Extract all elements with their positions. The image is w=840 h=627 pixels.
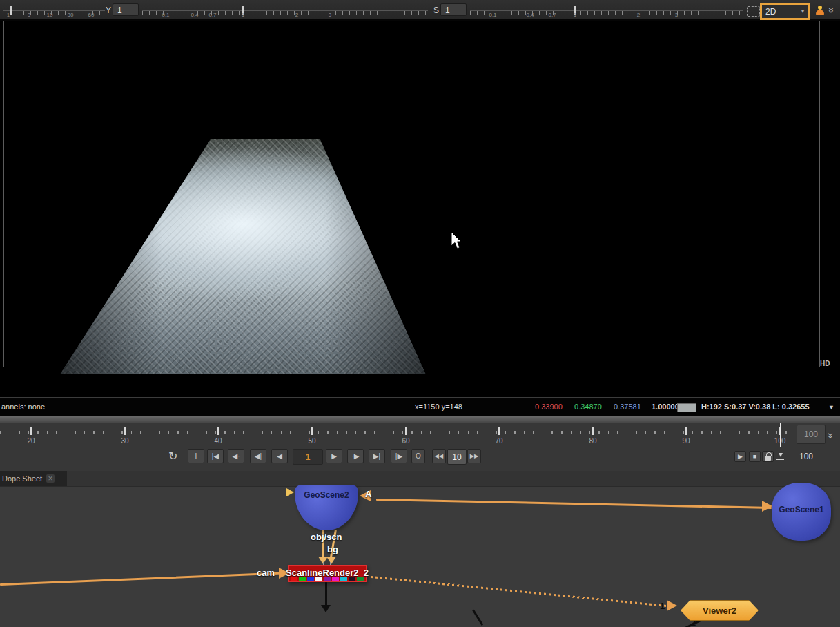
gain-tick-label: 3 bbox=[329, 12, 331, 18]
pointer-coords: x=1150 y=148 bbox=[415, 403, 462, 411]
channel-chip-row bbox=[291, 577, 364, 581]
channel-chip bbox=[340, 577, 347, 581]
out-point-button[interactable]: O bbox=[411, 449, 425, 463]
node-geoscene1-label: GeoScene1 bbox=[779, 505, 823, 514]
viewer-info-bar: annels: none x=1150 y=148 0.33900 0.3487… bbox=[0, 397, 840, 416]
sample-blue-value: 0.37581 bbox=[614, 403, 641, 411]
ruler-major-tick bbox=[30, 427, 32, 435]
channel-chip bbox=[357, 577, 364, 581]
gain-input[interactable]: 1 bbox=[113, 3, 139, 16]
ruler-major-tick bbox=[124, 427, 126, 435]
gain-tick-label: 1 bbox=[242, 12, 244, 18]
prev-keyframe-button[interactable]: ◀· bbox=[228, 449, 244, 463]
gain-tick-label: 0.4 bbox=[191, 12, 198, 18]
frame-increment-field[interactable]: 10 bbox=[447, 449, 467, 465]
step-forward-button[interactable]: ·▶ bbox=[347, 449, 364, 463]
channel-chip bbox=[324, 577, 331, 581]
format-label: HD_ bbox=[820, 360, 834, 367]
sample-green-value: 0.34870 bbox=[574, 403, 602, 411]
wire-scanline-viewer2 bbox=[371, 576, 671, 607]
mini-tick-label: 10 bbox=[47, 12, 53, 18]
channels-text: annels: none bbox=[1, 403, 45, 411]
node-geoscene1[interactable]: GeoScene1 bbox=[772, 483, 831, 541]
color-management-icon[interactable] bbox=[815, 6, 825, 16]
timeline-collapse-chevron-icon[interactable]: » bbox=[826, 433, 836, 438]
full-frame-processing-button[interactable]: ■ bbox=[749, 451, 761, 462]
increment-frame-button[interactable]: ▶▶ bbox=[467, 449, 481, 463]
flipbook-icon bbox=[779, 453, 783, 457]
ruler-label: 60 bbox=[402, 437, 409, 445]
play-in-viewer-button[interactable]: ▶ bbox=[734, 451, 746, 462]
ruler-label: 20 bbox=[27, 437, 35, 445]
chevron-down-icon: ▾ bbox=[801, 8, 804, 15]
mouse-cursor-icon bbox=[450, 231, 462, 251]
mini-tick-label: 1 bbox=[7, 12, 10, 18]
tab-dope-sheet[interactable]: Dope Sheet × bbox=[0, 471, 67, 486]
gain-slider-ticks bbox=[142, 11, 428, 15]
node-graph-panel[interactable]: Dope Sheet × A cam obj/scn bg 1 2 bbox=[0, 471, 840, 627]
gamma-tick-label: 0.7 bbox=[548, 12, 556, 18]
wire-geoscene1-geoscene2 bbox=[376, 499, 772, 509]
timeline-ruler[interactable]: 20 30 40 50 60 70 80 90 100 bbox=[0, 423, 790, 446]
decrement-frame-button[interactable]: ◀◀ bbox=[432, 449, 446, 463]
step-back-button[interactable]: ◀| bbox=[250, 449, 266, 463]
gamma-label: S bbox=[433, 6, 439, 15]
lock-icon-body bbox=[765, 456, 771, 461]
goto-start-button[interactable]: |◀ bbox=[207, 449, 224, 463]
node-geoscene2-label: GeoScene2 bbox=[304, 490, 349, 500]
gamma-tick-label: 2 bbox=[637, 12, 640, 18]
node-viewer2-label: Viewer2 bbox=[703, 606, 736, 616]
viewer-canvas[interactable]: HD_ bbox=[0, 21, 840, 397]
mini-tick-label: 30 bbox=[68, 12, 74, 18]
toolbar-collapse-chevron-icon[interactable]: » bbox=[827, 8, 837, 13]
wire-scanline-down bbox=[325, 582, 327, 607]
playback-range-end-field[interactable]: 100 bbox=[797, 425, 826, 444]
ruler-label: 70 bbox=[495, 437, 502, 445]
objscn-input-label: obj/scn bbox=[311, 532, 342, 542]
current-frame-field[interactable]: 1 bbox=[293, 449, 323, 465]
view-mode-dropdown[interactable]: 2D ▾ bbox=[760, 3, 810, 20]
view-mode-value: 2D bbox=[765, 7, 776, 17]
fps-field[interactable]: 100 bbox=[799, 452, 813, 461]
wire-arrowhead-bg bbox=[326, 557, 336, 564]
playback-mode-button[interactable]: ↻ bbox=[164, 449, 182, 463]
wire-viewer2-input2-far bbox=[472, 610, 483, 626]
ruler-label: 90 bbox=[682, 437, 690, 445]
next-keyframe-button[interactable]: ▶| bbox=[369, 449, 385, 463]
node-viewer2[interactable]: Viewer2 bbox=[681, 600, 759, 621]
node-geoscene2[interactable]: GeoScene2 bbox=[295, 485, 358, 530]
ruler-major-tick bbox=[498, 427, 500, 435]
flipbook-icon-base bbox=[776, 459, 784, 460]
gamma-tick-label: 1 bbox=[574, 12, 576, 18]
node-scanlinerender[interactable]: ScanlineRender2_2 bbox=[288, 565, 367, 582]
wire-arrowhead-viewer2-input1 bbox=[667, 600, 677, 611]
gamma-input[interactable]: 1 bbox=[440, 3, 467, 16]
lock-range-button[interactable] bbox=[762, 451, 774, 462]
channel-chip bbox=[349, 577, 355, 581]
ruler-label: 50 bbox=[308, 437, 315, 445]
exposure-mini-slider-handle[interactable] bbox=[10, 6, 12, 15]
timeline-playhead[interactable] bbox=[780, 423, 781, 447]
mini-tick-label: 3 bbox=[28, 12, 30, 18]
in-point-button[interactable]: I bbox=[188, 449, 204, 463]
mini-tick-label: 60 bbox=[88, 12, 95, 18]
roi-selection-icon[interactable] bbox=[747, 6, 760, 17]
cam-input-label: cam bbox=[257, 568, 275, 578]
gain-tick-label: 2 bbox=[295, 12, 298, 18]
sample-color-swatch bbox=[677, 403, 696, 412]
goto-end-button[interactable]: |▶ bbox=[391, 449, 407, 463]
ruler-label: 40 bbox=[214, 437, 222, 445]
close-icon[interactable]: × bbox=[46, 474, 55, 483]
ruler-major-tick bbox=[685, 427, 687, 435]
sample-red-value: 0.33900 bbox=[535, 403, 563, 411]
channel-chip bbox=[332, 577, 339, 581]
scanline-input-nub bbox=[330, 562, 331, 565]
wire-cam-input bbox=[0, 572, 287, 586]
play-reverse-button[interactable]: ◀ bbox=[271, 449, 288, 463]
ruler-label: 30 bbox=[121, 437, 128, 445]
sample-alpha-value: 1.00000 bbox=[652, 403, 679, 411]
play-forward-button[interactable]: ▶ bbox=[326, 449, 342, 463]
flipbook-button[interactable] bbox=[775, 451, 787, 462]
info-dropdown-arrow-icon[interactable]: ▼ bbox=[828, 404, 834, 411]
panel-tab-strip: Dope Sheet × bbox=[0, 471, 840, 487]
